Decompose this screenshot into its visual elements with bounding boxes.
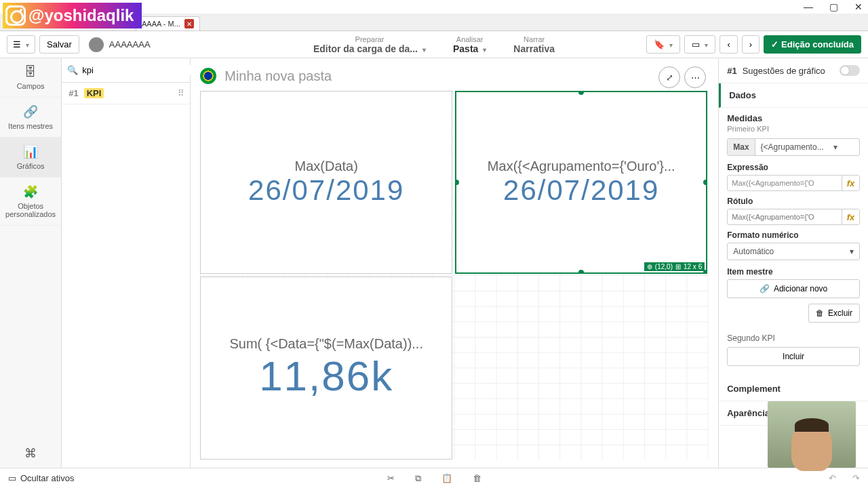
- instagram-icon: [5, 5, 26, 26]
- delete-measure-button[interactable]: 🗑Excluir: [808, 304, 860, 323]
- search-icon: 🔍: [67, 65, 78, 75]
- nav-narrate[interactable]: Narrar Narrativa: [500, 34, 568, 56]
- search-input[interactable]: [82, 65, 196, 75]
- chevron-down-icon: ▾: [850, 247, 854, 256]
- cut-icon[interactable]: ✂: [387, 473, 395, 484]
- status-bar: ▭ Ocultar ativos ✂ ⧉ 📋 🗑 ↶ ↷: [0, 468, 868, 488]
- kpi-title: Sum( {<Data={"$(=Max(Data))...: [226, 336, 426, 352]
- app-name-text: AAAAAAA: [109, 39, 151, 49]
- instagram-overlay: @yoshidaqlik: [3, 3, 142, 28]
- nav-charts[interactable]: 📊Gráficos: [0, 138, 61, 178]
- undo-icon[interactable]: ↶: [829, 473, 836, 483]
- bookmark-button[interactable]: 🔖: [646, 35, 680, 54]
- master-item-label: Item mestre: [727, 267, 860, 277]
- add-master-button[interactable]: 🔗Adicionar novo: [727, 279, 860, 298]
- asset-index: #1: [68, 88, 78, 98]
- flag-brazil-icon: [200, 68, 216, 84]
- chevron-down-icon: ▾: [829, 139, 859, 155]
- prop-header: #1 Sugestões de gráfico: [719, 58, 868, 83]
- kpi-value: 11,86k: [259, 352, 393, 400]
- main-toolbar: ☰ Salvar AAAAAAA Preparar Editor da carg…: [0, 31, 868, 58]
- resize-handle[interactable]: [703, 180, 707, 185]
- sheets-button[interactable]: ▭: [684, 35, 715, 54]
- close-icon[interactable]: ✕: [854, 1, 863, 12]
- include-second-kpi-button[interactable]: Incluir: [727, 347, 860, 366]
- done-editing-button[interactable]: ✓ Edição concluída: [764, 35, 861, 54]
- variables-icon: ⌘: [24, 446, 37, 461]
- aggregation-selector[interactable]: Max {<Agrupamento... ▾: [727, 138, 860, 156]
- kpi-object-3[interactable]: Sum( {<Data={"$(=Max(Data))... 11,86k: [200, 277, 452, 460]
- nav-master-items[interactable]: 🔗Itens mestres: [0, 98, 61, 138]
- accordion-data[interactable]: Dados: [719, 83, 868, 108]
- nav-variables[interactable]: ⌘: [0, 439, 61, 468]
- kpi-value: 26/07/2019: [503, 174, 659, 207]
- resize-handle[interactable]: [455, 180, 459, 185]
- presenter-face: [791, 424, 832, 471]
- more-options-button[interactable]: ⋯: [684, 66, 706, 88]
- maximize-icon[interactable]: ▢: [829, 1, 838, 12]
- expression-input[interactable]: [728, 176, 842, 190]
- center-nav: Preparar Editor da carga de da... Analis…: [300, 34, 568, 56]
- link-icon: 🔗: [760, 284, 770, 293]
- resize-handle[interactable]: [578, 270, 584, 274]
- position-badge: ⊕(12,0)⊞12 x 6: [644, 262, 705, 271]
- measures-heading: Medidas: [727, 113, 860, 123]
- app-name-display[interactable]: AAAAAAA: [83, 37, 156, 52]
- webcam-overlay: [768, 401, 856, 468]
- nav-prepare[interactable]: Preparar Editor da carga de da...: [300, 34, 439, 56]
- fx-button[interactable]: fx: [842, 176, 859, 190]
- label-input[interactable]: [728, 209, 842, 224]
- sheet-canvas: Minha nova pasta ⤢ ⋯ Max(Data) 26/07/201…: [191, 58, 718, 468]
- hide-assets-toggle[interactable]: ▭ Ocultar ativos: [8, 473, 74, 483]
- instagram-handle: @yoshidaqlik: [28, 6, 134, 25]
- accordion-complement[interactable]: Complement: [719, 377, 868, 401]
- sheet-title[interactable]: Minha nova pasta: [224, 68, 332, 84]
- nav-fields[interactable]: 🗄Campos: [0, 58, 61, 98]
- tab-title: AAAA - M...: [142, 20, 180, 28]
- trash-icon: 🗑: [816, 308, 824, 318]
- expression-label: Expressão: [727, 163, 860, 172]
- kpi-title: Max(Data): [292, 159, 361, 174]
- next-sheet-button[interactable]: ›: [742, 35, 760, 54]
- nav-custom-objects[interactable]: 🧩Objetos personalizados: [0, 178, 61, 226]
- link-icon: 🔗: [23, 104, 38, 119]
- resize-handle[interactable]: [578, 91, 584, 95]
- asset-panel: 🔍 ✕ #1 KPI ⠿: [62, 58, 191, 468]
- nav-analyze[interactable]: Analisar Pasta: [439, 34, 500, 56]
- asset-kpi[interactable]: #1 KPI ⠿: [62, 83, 190, 104]
- asset-search: 🔍 ✕: [62, 58, 190, 83]
- database-icon: 🗄: [24, 65, 37, 79]
- agg-field: {<Agrupamento...: [755, 139, 829, 155]
- puzzle-icon: 🧩: [23, 184, 38, 199]
- drag-handle-icon[interactable]: ⠿: [178, 88, 183, 98]
- layout-grid[interactable]: Max(Data) 26/07/2019 Max({<Agrupamento={…: [200, 91, 709, 460]
- left-nav-sidebar: 🗄Campos 🔗Itens mestres 📊Gráficos 🧩Objeto…: [0, 58, 62, 468]
- first-kpi-label: Primeiro KPI: [727, 125, 860, 133]
- paste-icon[interactable]: 📋: [441, 473, 452, 484]
- chart-suggestions-toggle[interactable]: [840, 65, 860, 76]
- expand-button[interactable]: ⤢: [658, 66, 680, 88]
- prev-sheet-button[interactable]: ‹: [719, 35, 737, 54]
- chart-icon: 📊: [23, 144, 38, 159]
- copy-icon[interactable]: ⧉: [415, 473, 421, 484]
- save-button[interactable]: Salvar: [39, 35, 79, 54]
- kpi-value: 26/07/2019: [248, 174, 404, 207]
- app-icon: [89, 37, 104, 52]
- label-label: Rótulo: [727, 197, 860, 206]
- kpi-title: Max({<Agrupamento={'Ouro'}...: [485, 159, 678, 174]
- second-kpi-label: Segundo KPI: [727, 333, 860, 343]
- kpi-object-1[interactable]: Max(Data) 26/07/2019: [200, 91, 452, 274]
- fx-button[interactable]: fx: [842, 209, 859, 224]
- redo-icon[interactable]: ↷: [852, 473, 860, 483]
- menu-button[interactable]: ☰: [7, 35, 35, 54]
- delete-icon[interactable]: 🗑: [473, 473, 481, 484]
- asset-name: KPI: [84, 88, 104, 98]
- format-select[interactable]: Automático▾: [727, 243, 860, 260]
- format-label: Formato numérico: [727, 230, 860, 240]
- kpi-object-2-selected[interactable]: Max({<Agrupamento={'Ouro'}... 26/07/2019…: [455, 91, 707, 274]
- browser-tab[interactable]: AAAA - M... ✕: [136, 16, 200, 30]
- agg-function: Max: [728, 139, 755, 155]
- minimize-icon[interactable]: —: [804, 1, 813, 12]
- tab-close-icon[interactable]: ✕: [184, 19, 194, 28]
